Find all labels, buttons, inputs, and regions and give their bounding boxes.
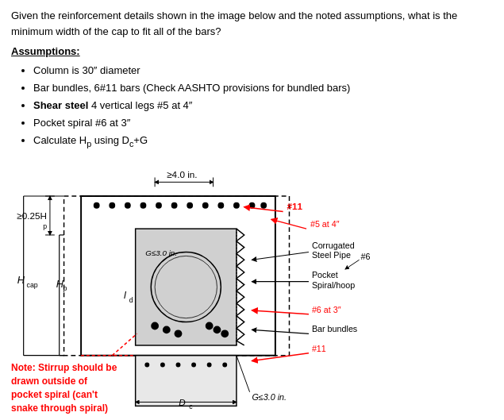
svg-line-54 [252, 353, 309, 361]
g-left-label: G≤3.0 in. [145, 249, 177, 258]
svg-point-30 [151, 322, 159, 330]
svg-point-33 [206, 322, 214, 330]
svg-point-16 [125, 202, 131, 209]
svg-point-21 [202, 202, 209, 209]
svg-point-20 [187, 202, 193, 209]
ld-sub: d [129, 297, 133, 305]
svg-point-34 [214, 326, 221, 334]
diagram-area: ≥4.0 in. ≥0.25H p H cap H p [11, 162, 493, 416]
hcap-label: H [17, 274, 25, 286]
assumptions-list: Column is 30″ diameter Bar bundles, 6#11… [11, 62, 493, 151]
svg-point-38 [160, 363, 165, 368]
svg-point-35 [221, 330, 229, 338]
label-steel-pipe: Steel Pipe [312, 251, 351, 260]
svg-point-42 [222, 363, 227, 368]
assumption-1: Column is 30″ diameter [33, 62, 493, 79]
svg-line-44 [237, 356, 250, 392]
question-text: Given the reinforcement details shown in… [11, 8, 493, 39]
assumption-5: Calculate Hp using Dc+G [33, 132, 493, 151]
svg-point-14 [94, 202, 100, 209]
assumption-3: Shear steel 4 vertical legs #5 at 4″ [33, 97, 493, 114]
svg-rect-36 [136, 356, 237, 407]
svg-point-22 [217, 202, 224, 209]
dim-025hp-label: ≥0.25H [17, 211, 47, 222]
svg-point-31 [163, 326, 171, 334]
svg-point-39 [176, 363, 181, 368]
svg-line-52 [252, 310, 309, 314]
label-corrugated: Corrugated [312, 241, 355, 250]
label-spiral-hoop: Spiral/hoop [312, 280, 355, 290]
label-6: #6 [361, 252, 371, 262]
hcap-sub: cap [27, 281, 38, 289]
assumption-2: Bar bundles, 6#11 bars (Check AASHTO pro… [33, 79, 493, 97]
svg-point-25 [260, 202, 267, 209]
label-11-top: #11 [287, 201, 303, 211]
svg-point-15 [109, 202, 115, 209]
label-bar-bundles: Bar bundles [312, 325, 357, 334]
g-bottom-label: G≤3.0 in. [252, 392, 287, 402]
svg-point-18 [156, 202, 162, 209]
assumption-4: Pocket spiral #6 at 3″ [33, 114, 493, 132]
svg-line-45 [112, 334, 137, 356]
dim-025hp-sub: p [43, 223, 47, 231]
label-5-at4: #5 at 4″ [310, 220, 340, 229]
hp-sub: p [63, 285, 67, 293]
svg-point-41 [207, 363, 212, 368]
dim-top-label: ≥4.0 in. [167, 170, 197, 180]
svg-point-19 [171, 202, 178, 209]
svg-line-53 [252, 330, 309, 334]
dc-sub: c [189, 403, 193, 411]
svg-point-17 [140, 202, 147, 209]
svg-point-32 [175, 330, 183, 338]
assumptions-title: Assumptions: [11, 45, 493, 57]
svg-line-49 [252, 252, 309, 260]
label-6-at3: #6 at 3″ [312, 305, 341, 314]
svg-line-50 [345, 260, 360, 270]
svg-point-23 [233, 202, 240, 209]
label-pocket: Pocket [312, 270, 338, 279]
svg-point-40 [191, 363, 196, 368]
diagram-note: Note: Stirrup should bedrawn outside ofp… [11, 361, 150, 414]
label-11-bottom: #11 [312, 344, 326, 353]
ld-label: l [124, 290, 127, 302]
